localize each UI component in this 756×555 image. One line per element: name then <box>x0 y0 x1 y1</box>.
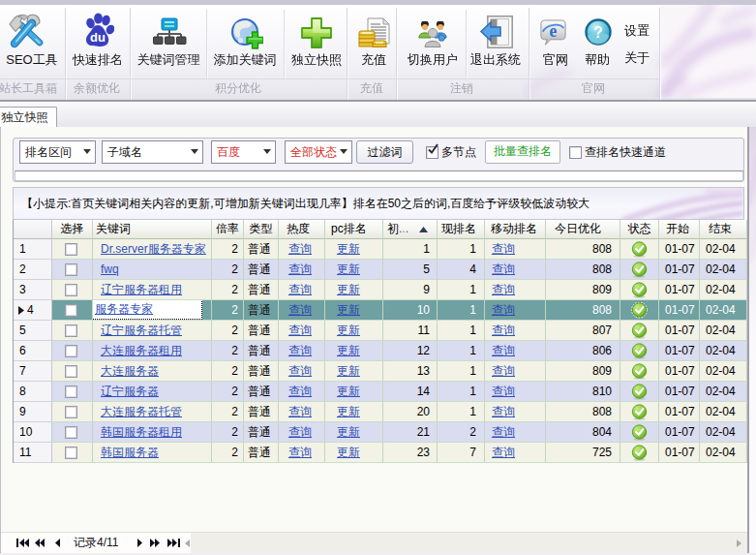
svg-text:?: ? <box>593 24 603 41</box>
svg-text:du: du <box>90 30 106 45</box>
